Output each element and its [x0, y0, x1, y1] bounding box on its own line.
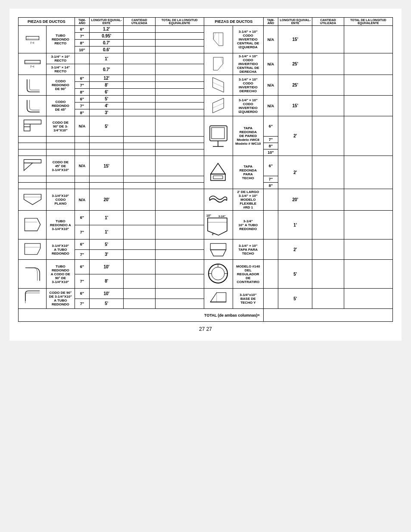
svg-rect-7: [25, 60, 40, 64]
svg-rect-17: [24, 127, 30, 131]
img-tubo-redondo-a: [19, 211, 47, 240]
codo-45-icon: [21, 97, 44, 114]
tapa-techo-icon: [206, 159, 230, 185]
header-tam-right: TAM-AÑO: [263, 18, 278, 26]
desc-tubo-redondo: TUBOREDONDORECTO: [47, 26, 75, 53]
img-codo90-a-tubo: [19, 289, 47, 309]
svg-line-35: [37, 218, 40, 225]
total-base-techo: [344, 289, 392, 309]
tam-spacer1: [75, 137, 89, 143]
size-7in-tac: 7": [75, 274, 89, 289]
val-5: 5': [90, 96, 124, 103]
table-row: CODOREDONDODE 90° 6" 12' 3-1/4" × 10"COD…: [19, 75, 393, 82]
total-cell: [155, 299, 204, 309]
img-codo-90: [19, 75, 47, 96]
svg-marker-50: [211, 292, 226, 302]
desc-tapa-techo: TAPAREDONDAPARATECHO: [233, 156, 263, 189]
total-codo-inv-der: [344, 53, 392, 75]
header-total-left: TOTAL DE LA LONGITUD EQUIVALENTE: [155, 18, 204, 26]
desc-codo-inv-derecho: 3-1/4" × 10"CODOINVERTIDODERECHO: [233, 75, 263, 96]
val-0.7: 0.7': [90, 40, 124, 47]
total-cell: [155, 82, 204, 89]
qty-cell: [124, 176, 155, 183]
total-regulador: [344, 260, 392, 289]
val-10-cat: 10': [90, 289, 124, 299]
val-5-cat: 5': [90, 299, 124, 309]
val-2-ttf: 2': [278, 240, 312, 260]
total-cell: [155, 96, 204, 103]
recto-flat-icon: |'—|: [21, 55, 44, 72]
tapa-techo-flat-icon: [206, 240, 230, 258]
tubo-redondo-icon: |'—|: [21, 31, 44, 48]
svg-marker-29: [24, 194, 41, 205]
val-5-codo90flat: 5': [90, 116, 124, 137]
qty-codo-inv-der: [312, 53, 344, 75]
total-tapa-techo: [344, 156, 392, 189]
img-codo-inv-der: [204, 53, 233, 75]
qty-cell: [124, 26, 155, 33]
svg-marker-41: [25, 243, 40, 254]
total-cell: [155, 149, 204, 156]
total-value-cell: [263, 309, 392, 322]
total-cell: [155, 47, 204, 53]
img-tapa-redonda-pared: [204, 116, 233, 156]
qty-cell: [124, 64, 155, 75]
size-7in-fat: 7": [75, 249, 89, 260]
total-cell: [155, 143, 204, 149]
qty-cell: [124, 211, 155, 225]
size-8in-tubo: 8": [75, 40, 89, 47]
val-2-tapa-pared: 2': [278, 116, 312, 156]
qty-cell: [124, 143, 155, 149]
total-codo-inv-izq: [344, 26, 392, 53]
val-10-tac: 10': [90, 260, 124, 274]
svg-text:10": 10": [206, 214, 211, 217]
total-cell: [155, 116, 204, 137]
footer-row: TOTAL (de ambas columnas)=: [19, 309, 393, 322]
qty-cell: [124, 189, 155, 211]
tam-codo-inv-der: N/A: [263, 53, 278, 75]
img-tubo-a-codo90: [19, 260, 47, 289]
header-piezas-right: PIEZAS DE DUCTOS: [204, 18, 263, 26]
codo-45-flat-icon: [21, 157, 44, 174]
qty-cell: [124, 137, 155, 143]
desc-3-14x14-recto: 3-1/4" × 14"RECTO: [47, 64, 75, 75]
total-cell: [155, 103, 204, 109]
qty-cell: [124, 75, 155, 82]
total-cell: [155, 26, 204, 33]
val-8-tac: 8': [90, 274, 124, 289]
tam-spacer4: [75, 176, 89, 183]
total-cell: [155, 156, 204, 176]
val-spacer2: [90, 143, 124, 149]
val-1-atr: 1': [278, 211, 312, 240]
desc-tubo-a-codo90: TUBOREDONDOA CODO DE90° DE3-1/4"X10": [47, 260, 75, 289]
tam-regulador: [263, 260, 278, 289]
codo-inv-central-der-icon: [206, 55, 230, 72]
val-6: 6': [90, 89, 124, 96]
size-recto2: [75, 64, 89, 75]
size-6in-c45: 6": [75, 96, 89, 103]
size-10in-tapa: 10": [263, 149, 278, 156]
size-7in-tapa: 7": [263, 137, 278, 143]
qty-ttf: [312, 240, 344, 260]
img-spacer5: [19, 183, 47, 189]
val-1.2: 1.2': [90, 26, 124, 33]
img-spacer1: [19, 137, 47, 143]
val-3-fat: 3': [90, 249, 124, 260]
total-cell: [155, 53, 204, 64]
page-number: 27 27: [18, 326, 393, 332]
svg-text:|'—|: |'—|: [30, 65, 34, 68]
svg-text:|'—|: |'—|: [30, 42, 34, 44]
val-codo-inv-izq: 15': [278, 26, 312, 53]
qty-cell: [124, 274, 155, 289]
svg-rect-43: [211, 243, 226, 250]
codo-inv-derecho-icon: [206, 76, 230, 93]
qty-cell: [124, 82, 155, 89]
img-codo-inv-izquierdo: [204, 96, 233, 116]
size-7in-tubo: 7": [75, 33, 89, 40]
qty-cell: [124, 40, 155, 47]
qty-cell: [124, 183, 155, 189]
svg-rect-24: [24, 159, 41, 163]
desc-tubo-redondo-a: TUBOREDONDO A3-1/4"X10": [47, 211, 75, 240]
qty-codo-inv-izq: [312, 26, 344, 53]
img-recto-flat: |'—|: [19, 53, 47, 75]
